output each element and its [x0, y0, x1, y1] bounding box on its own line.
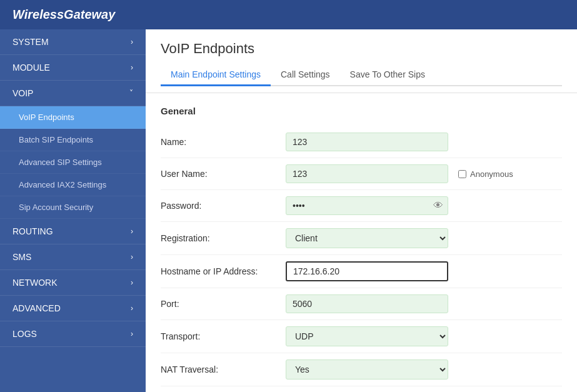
sidebar-item-routing[interactable]: ROUTING ›	[0, 219, 146, 244]
anonymous-checkbox[interactable]	[458, 170, 466, 178]
chevron-right-icon: ›	[131, 278, 133, 287]
field-control-password: 👁	[286, 196, 448, 215]
sidebar-item-module[interactable]: MODULE ›	[0, 55, 146, 81]
sidebar-item-advanced-iax2[interactable]: Advanced IAX2 Settings	[0, 174, 146, 196]
field-control-port	[286, 294, 448, 313]
field-control-hostname	[286, 261, 448, 281]
field-control-nat: Yes No	[286, 359, 448, 379]
name-input[interactable]	[286, 133, 448, 151]
chevron-right-icon: ›	[131, 227, 133, 236]
sidebar-item-batch-sip[interactable]: Batch SIP Endpoints	[0, 129, 146, 151]
field-row-transport: Transport: UDP TCP TLS	[161, 320, 562, 353]
field-label-name: Name:	[161, 137, 286, 147]
field-row-password: Password: 👁	[161, 190, 562, 222]
sidebar-item-advanced-sip[interactable]: Advanced SIP Settings	[0, 151, 146, 174]
chevron-right-icon: ›	[131, 304, 133, 313]
sidebar-item-label: NETWORK	[13, 278, 58, 288]
tab-bar: Main Endpoint Settings Call Settings Sav…	[161, 64, 562, 86]
field-row-nat: NAT Traversal: Yes No	[161, 353, 562, 386]
page-title: VoIP Endpoints	[161, 41, 562, 57]
username-input[interactable]	[286, 164, 448, 183]
transport-select[interactable]: UDP TCP TLS	[286, 326, 448, 346]
app-header: WirelessGateway	[0, 0, 577, 29]
tab-call-settings[interactable]: Call Settings	[271, 64, 340, 86]
sidebar-item-logs[interactable]: LOGS ›	[0, 321, 146, 347]
sidebar-item-label: SMS	[13, 252, 31, 262]
sidebar-item-voip-endpoints[interactable]: VoIP Endpoints	[0, 106, 146, 129]
sidebar-sub-item-label: Sip Account Security	[19, 203, 93, 212]
chevron-right-icon: ›	[131, 38, 133, 46]
content-header: VoIP Endpoints Main Endpoint Settings Ca…	[146, 29, 577, 93]
sidebar-item-label: SYSTEM	[13, 37, 49, 47]
chevron-right-icon: ›	[131, 253, 133, 261]
field-row-registration: Registration: Client Server None	[161, 222, 562, 255]
eye-icon[interactable]: 👁	[433, 200, 443, 211]
chevron-down-icon: ˅	[129, 89, 133, 98]
tab-main-endpoint[interactable]: Main Endpoint Settings	[161, 64, 271, 86]
form-area: General Name: User Name: Anonymous	[146, 93, 577, 392]
field-label-username: User Name:	[161, 169, 286, 179]
field-label-password: Password:	[161, 201, 286, 211]
nat-select[interactable]: Yes No	[286, 359, 448, 379]
field-control-transport: UDP TCP TLS	[286, 326, 448, 346]
sidebar-sub-item-label: Advanced SIP Settings	[19, 158, 102, 167]
field-control-name	[286, 133, 448, 151]
registration-select[interactable]: Client Server None	[286, 228, 448, 248]
app-title: WirelessGateway	[13, 8, 115, 21]
field-label-hostname: Hostname or IP Address:	[161, 266, 286, 276]
field-control-registration: Client Server None	[286, 228, 448, 248]
field-label-transport: Transport:	[161, 331, 286, 341]
sidebar-item-voip[interactable]: VOIP ˅	[0, 81, 146, 106]
field-row-name: Name:	[161, 126, 562, 158]
anonymous-label: Anonymous	[470, 169, 513, 179]
password-input[interactable]	[286, 196, 448, 215]
sidebar-item-system[interactable]: SYSTEM ›	[0, 29, 146, 55]
sidebar-item-label: VOIP	[13, 88, 33, 98]
field-label-nat: NAT Traversal:	[161, 364, 286, 374]
content-area: VoIP Endpoints Main Endpoint Settings Ca…	[146, 29, 577, 392]
chevron-right-icon: ›	[131, 329, 133, 338]
sidebar-sub-item-label: Advanced IAX2 Settings	[19, 180, 106, 189]
sidebar-item-advanced[interactable]: ADVANCED ›	[0, 296, 146, 321]
sidebar-sub-item-label: Batch SIP Endpoints	[19, 135, 93, 144]
field-row-port: Port:	[161, 288, 562, 320]
chevron-right-icon: ›	[131, 63, 133, 72]
section-general-title: General	[161, 106, 562, 116]
anonymous-checkbox-group: Anonymous	[458, 169, 513, 179]
hostname-input[interactable]	[286, 261, 448, 281]
sidebar-item-label: ADVANCED	[13, 303, 61, 313]
sidebar-item-label: LOGS	[13, 329, 37, 339]
tab-save-to-other[interactable]: Save To Other Sips	[340, 64, 435, 86]
sidebar-item-network[interactable]: NETWORK ›	[0, 270, 146, 296]
field-row-username: User Name: Anonymous	[161, 158, 562, 190]
field-label-port: Port:	[161, 299, 286, 309]
sidebar-item-label: ROUTING	[13, 226, 53, 236]
sidebar-sub-item-label: VoIP Endpoints	[19, 113, 74, 122]
sidebar-item-sip-account[interactable]: Sip Account Security	[0, 196, 146, 219]
field-row-hostname: Hostname or IP Address:	[161, 255, 562, 288]
sidebar-item-label: MODULE	[13, 63, 50, 73]
port-input[interactable]	[286, 294, 448, 313]
sidebar-item-sms[interactable]: SMS ›	[0, 244, 146, 270]
sidebar: SYSTEM › MODULE › VOIP ˅ VoIP Endpoints …	[0, 29, 146, 392]
field-label-registration: Registration:	[161, 233, 286, 243]
field-control-username	[286, 164, 448, 183]
